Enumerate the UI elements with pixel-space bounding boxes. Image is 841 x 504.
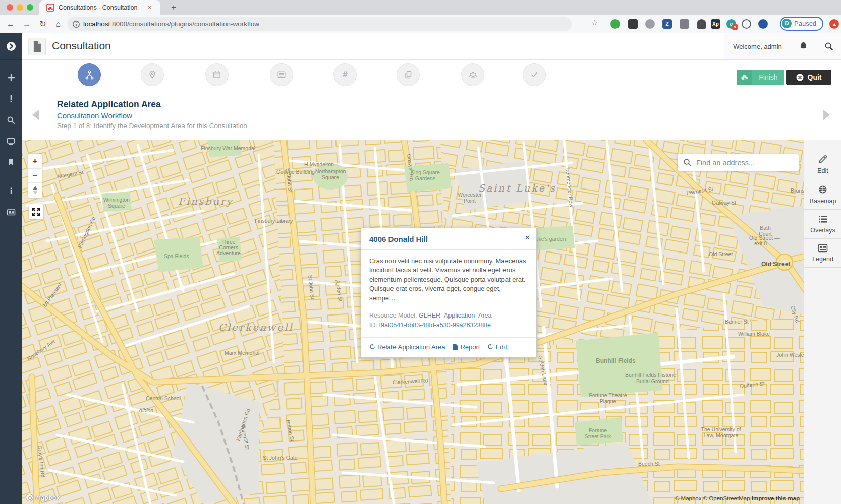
expand-icon — [32, 208, 40, 216]
onetab-extension-icon[interactable] — [829, 19, 839, 29]
home-icon[interactable]: ⌂ — [52, 18, 64, 30]
map-label: Adventure — [216, 250, 241, 256]
profile-chip[interactable]: D Paused — [780, 17, 823, 31]
person-extension-icon[interactable] — [742, 19, 751, 29]
window-close-button[interactable] — [7, 4, 13, 11]
address-search-input[interactable] — [696, 159, 799, 167]
map-label: Clerkenwell — [218, 322, 294, 333]
window-minimize-button[interactable] — [17, 4, 23, 11]
map-edit-button[interactable]: Edit — [804, 149, 841, 179]
globe-extension-icon[interactable] — [758, 19, 768, 29]
bell-icon — [799, 41, 808, 51]
next-step-arrow[interactable] — [823, 109, 830, 120]
search-icon — [683, 158, 692, 167]
globe-icon — [818, 184, 828, 195]
back-icon[interactable]: ← — [5, 18, 17, 30]
map-basemap-button[interactable]: Basemap — [804, 179, 841, 210]
step-complete[interactable] — [523, 63, 546, 86]
edit-link[interactable]: Edit — [487, 343, 507, 351]
stamp-extension-icon[interactable] — [697, 19, 706, 29]
osm-attribution-link[interactable]: © OpenStreetMap — [703, 495, 750, 501]
map-label: Banner St — [725, 319, 749, 325]
map-label: Spa Fields — [164, 253, 189, 259]
sidebar-item-add[interactable] — [0, 67, 22, 88]
sidebar-item-search[interactable] — [0, 109, 22, 131]
address-bar[interactable]: localhost:8000/consultations/plugins/con… — [67, 17, 572, 31]
pencil-icon — [818, 154, 828, 164]
tab-title: Consultations - Consultation — [59, 4, 137, 11]
workflow-name[interactable]: Consultation Workflow — [57, 111, 247, 120]
finish-label: Finish — [752, 73, 784, 81]
url-text: localhost:8000/consultations/plugins/con… — [83, 20, 259, 28]
check-icon — [530, 70, 539, 79]
monitor-icon — [7, 137, 15, 146]
new-tab-button[interactable]: + — [167, 2, 180, 14]
tab-close-icon[interactable]: × — [148, 4, 152, 11]
map-canvas[interactable]: Finsbury Clerkenwell Saint Luke's Finsbu… — [22, 140, 841, 504]
notifications-button[interactable] — [791, 33, 816, 59]
zoom-in-button[interactable]: + — [28, 154, 42, 168]
map-label: William Blake — [738, 331, 770, 337]
map-label: Old Street — [761, 261, 790, 268]
improve-map-link[interactable]: Improve this map — [752, 495, 800, 501]
sidebar-item-info[interactable] — [0, 180, 22, 202]
sidebar-item-bookmarks[interactable] — [0, 152, 22, 173]
hash-icon: # — [343, 70, 347, 80]
close-icon[interactable]: × — [525, 233, 530, 243]
page-info-icon[interactable] — [72, 20, 80, 28]
mapbox-attribution-link[interactable]: © Mapbox — [675, 495, 702, 501]
resource-id-link[interactable]: f9af0541-bb83-48fd-a530-99a263238ffe — [379, 322, 491, 329]
avatar: D — [782, 19, 792, 28]
report-link[interactable]: Report — [453, 343, 480, 351]
previous-step-arrow[interactable] — [32, 109, 39, 120]
sidebar-item-news[interactable] — [0, 202, 22, 223]
map-label: Street Park — [585, 433, 611, 439]
rotate-icon — [369, 344, 375, 350]
browser-tab[interactable]: Consultations - Consultation × — [39, 0, 160, 15]
popup-header: 4006 Donald Hill × — [361, 228, 536, 250]
evernote-extension-icon[interactable] — [610, 19, 620, 29]
finish-button[interactable]: Finish — [737, 70, 784, 85]
tool-label: Edit — [817, 167, 828, 174]
feature-popup: 4006 Donald Hill × Cras non velit nec ni… — [361, 228, 537, 358]
map-legend-button[interactable]: Legend — [804, 239, 841, 268]
step-map[interactable] — [141, 63, 164, 86]
extension-icon[interactable] — [645, 19, 655, 29]
grid-extension-icon[interactable] — [680, 19, 689, 29]
step-details[interactable] — [270, 63, 293, 86]
cloud-upload-icon — [737, 70, 752, 85]
resource-model-link[interactable]: GLHER_Application_Area — [419, 312, 492, 319]
compass-control[interactable] — [28, 183, 42, 198]
sidebar-expand-button[interactable] — [0, 33, 22, 60]
zotero-extension-icon[interactable]: Z — [662, 19, 672, 29]
window-zoom-button[interactable] — [27, 4, 33, 11]
quit-button[interactable]: Quit — [786, 70, 831, 85]
map-label: John Wesley — [776, 352, 807, 358]
plus-icon — [7, 74, 15, 82]
welcome-user[interactable]: Welcome, admin — [724, 33, 791, 59]
chevron-circle-right-icon — [6, 41, 17, 52]
refresh-icon[interactable]: ↻ — [37, 18, 49, 30]
step-documents[interactable] — [397, 63, 420, 86]
fullscreen-button[interactable] — [29, 204, 43, 219]
zoom-out-button[interactable]: − — [28, 168, 42, 183]
forward-icon[interactable]: → — [21, 18, 33, 30]
browser-toolbar: ← → ↻ ⌂ localhost:8000/consultations/plu… — [0, 15, 841, 33]
map-overlays-button[interactable]: Overlays — [804, 210, 841, 239]
sidebar-item-desktop[interactable] — [0, 131, 22, 152]
relate-application-area-link[interactable]: Relate Application Area — [369, 343, 445, 351]
step-contacts[interactable] — [461, 63, 484, 86]
step-related-application-area[interactable] — [78, 63, 101, 86]
map-label: Northampton — [315, 168, 346, 174]
map-label: Albion — [138, 407, 153, 413]
mapbox-logo[interactable]: mapbox — [26, 494, 60, 501]
tool-label: Legend — [812, 256, 833, 263]
step-dates[interactable] — [205, 63, 229, 86]
sidebar-item-notifications[interactable] — [0, 88, 22, 109]
bookmark-star-icon[interactable]: ☆ — [591, 18, 598, 27]
step-reference-numbers[interactable]: # — [333, 63, 357, 86]
extension-icon[interactable] — [628, 19, 638, 29]
search-button[interactable] — [816, 33, 841, 59]
xp-extension-icon[interactable]: Xp — [711, 19, 720, 29]
list-icon — [818, 215, 828, 224]
